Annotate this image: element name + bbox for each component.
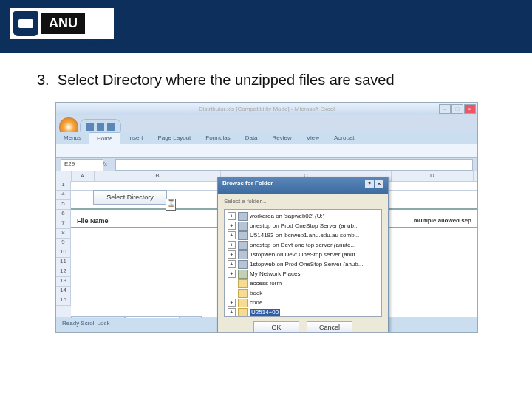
- ribbon-body: [56, 144, 477, 158]
- tree-item-label: code: [250, 299, 262, 306]
- tree-item-label: 1stopweb on Prod OneStop Server (anub...: [250, 261, 363, 267]
- expand-icon[interactable]: +: [228, 250, 236, 259]
- expand-icon[interactable]: +: [228, 270, 236, 278]
- dialog-close-icon[interactable]: ×: [375, 180, 383, 188]
- window-controls: – □ ×: [439, 104, 476, 114]
- tree-item[interactable]: +workarea on 'sapweb02' (U:): [228, 211, 378, 221]
- expand-icon[interactable]: +: [228, 260, 236, 268]
- expand-icon[interactable]: +: [228, 308, 236, 316]
- drive-icon: [238, 241, 248, 250]
- step-number: 3.: [37, 72, 50, 88]
- row-header[interactable]: 1: [56, 181, 71, 191]
- folder-icon: [238, 289, 248, 298]
- tree-item[interactable]: +onestop on Prod OneStop Server (anub...: [228, 221, 378, 231]
- row-header[interactable]: 10: [56, 248, 71, 258]
- tree-item-label: access form: [250, 280, 282, 287]
- drive-icon: [238, 260, 248, 269]
- excel-screenshot: Distributor.xls [Compatibility Mode] - M…: [55, 102, 478, 332]
- row-header[interactable]: 9: [56, 239, 71, 248]
- drive-icon: [238, 222, 248, 231]
- row-header[interactable]: 15: [56, 296, 71, 306]
- tree-item[interactable]: +1stopweb on Devt OneStop server (anut..…: [228, 250, 378, 259]
- step-text: Select Directory where the unzipped file…: [58, 72, 395, 88]
- tab-review[interactable]: Review: [265, 132, 299, 144]
- tree-item-label: 1stopweb on Devt OneStop server (anut...: [250, 251, 360, 258]
- tab-home[interactable]: Home: [89, 132, 120, 144]
- tree-item-label: U514183 on 'bcrweb1.anu.edu.au somb...: [250, 232, 359, 239]
- row-header[interactable]: 14: [56, 287, 71, 296]
- tree-item[interactable]: book: [228, 288, 378, 298]
- multiple-allowed-label: multiple allowed sep: [414, 217, 471, 224]
- tab-page-layout[interactable]: Page Layout: [150, 132, 198, 144]
- hourglass-cursor-icon: ⌛: [166, 199, 176, 211]
- expand-icon[interactable]: +: [228, 222, 236, 230]
- expand-icon[interactable]: +: [228, 299, 236, 307]
- anu-tagline: THE AUSTRALIAN NATIONAL UNIVERSITY: [10, 41, 114, 46]
- dialog-subtext: Select a folder...: [218, 194, 388, 209]
- minimize-icon[interactable]: –: [439, 104, 451, 114]
- anu-crest-icon: [13, 11, 38, 36]
- drive-icon: [238, 231, 248, 240]
- row-header[interactable]: 13: [56, 277, 71, 287]
- tree-item[interactable]: +U514183 on 'bcrweb1.anu.edu.au somb...: [228, 231, 378, 240]
- expand-icon[interactable]: +: [228, 231, 236, 239]
- expand-icon[interactable]: +: [228, 241, 236, 249]
- drive-icon: [238, 250, 248, 259]
- tree-item[interactable]: +code: [228, 298, 378, 307]
- row-header[interactable]: 7: [56, 219, 71, 229]
- cancel-button[interactable]: Cancel: [307, 321, 352, 332]
- qat-redo-icon[interactable]: [107, 123, 115, 131]
- tree-item-label: onestop on Prod OneStop Server (anub...: [250, 222, 359, 229]
- tree-item[interactable]: +1stopweb on Prod OneStop Server (anub..…: [228, 259, 378, 269]
- folder-icon: [238, 299, 248, 307]
- row-headers: 1 4 5 6 7 8 9 10 11 12 13 14 15: [56, 181, 71, 317]
- excel-title-text: Distributor.xls [Compatibility Mode] - M…: [199, 106, 335, 112]
- select-directory-button[interactable]: Select Directory: [93, 190, 167, 205]
- tab-menus[interactable]: Menus: [56, 132, 89, 144]
- file-name-label: File Name: [77, 217, 109, 225]
- tree-item[interactable]: +U2514+00: [228, 307, 378, 317]
- row-header[interactable]: 5: [56, 200, 71, 210]
- dialog-titlebar: Browse for Folder ? ×: [218, 177, 388, 194]
- expand-icon[interactable]: +: [228, 212, 236, 220]
- tab-acrobat[interactable]: Acrobat: [327, 132, 362, 144]
- tree-item[interactable]: +onestop on Devt one top server (anute..…: [228, 240, 378, 250]
- tab-insert[interactable]: Insert: [120, 132, 150, 144]
- folder-icon: [238, 279, 248, 288]
- dialog-title-text: Browse for Folder: [222, 180, 273, 191]
- col-d[interactable]: D: [392, 171, 474, 181]
- ok-button[interactable]: OK: [253, 321, 299, 332]
- row-header[interactable]: 8: [56, 229, 71, 239]
- drive-icon: [238, 212, 248, 221]
- row-header[interactable]: 4: [56, 191, 71, 200]
- formula-bar[interactable]: [115, 159, 473, 171]
- page-header: ANU THE AUSTRALIAN NATIONAL UNIVERSITY: [0, 0, 532, 53]
- row-header[interactable]: 6: [56, 210, 71, 219]
- tree-item[interactable]: +My Network Places: [228, 269, 378, 279]
- excel-titlebar: Distributor.xls [Compatibility Mode] - M…: [56, 103, 477, 115]
- tree-item-label: U2514+00: [250, 309, 280, 316]
- step-instruction: 3. Select Directory where the unzipped f…: [0, 53, 532, 102]
- col-a[interactable]: A: [72, 171, 95, 181]
- qat-save-icon[interactable]: [86, 123, 94, 131]
- ribbon-tabs: Menus Home Insert Page Layout Formulas D…: [56, 132, 477, 144]
- col-b[interactable]: B: [95, 171, 221, 181]
- tree-item-label: onestop on Devt one top server (anute...: [250, 242, 355, 248]
- row-header[interactable]: 12: [56, 267, 71, 277]
- qat-undo-icon[interactable]: [97, 123, 104, 131]
- logo-block: ANU THE AUSTRALIAN NATIONAL UNIVERSITY: [10, 8, 114, 46]
- tab-data[interactable]: Data: [238, 132, 265, 144]
- tree-item[interactable]: access form: [228, 279, 378, 288]
- dialog-help-icon[interactable]: ?: [365, 180, 374, 188]
- network-icon: [238, 270, 248, 279]
- tab-view[interactable]: View: [299, 132, 327, 144]
- folder-icon: [238, 308, 248, 317]
- maximize-icon[interactable]: □: [451, 104, 463, 114]
- anu-wordmark: ANU: [41, 13, 85, 34]
- row-header[interactable]: 11: [56, 258, 71, 267]
- folder-tree[interactable]: +workarea on 'sapweb02' (U:)+onestop on …: [224, 209, 382, 317]
- tree-item-label: book: [250, 290, 262, 296]
- browse-for-folder-dialog: Browse for Folder ? × Select a folder...…: [217, 177, 389, 332]
- tab-formulas[interactable]: Formulas: [198, 132, 237, 144]
- close-icon[interactable]: ×: [464, 104, 476, 114]
